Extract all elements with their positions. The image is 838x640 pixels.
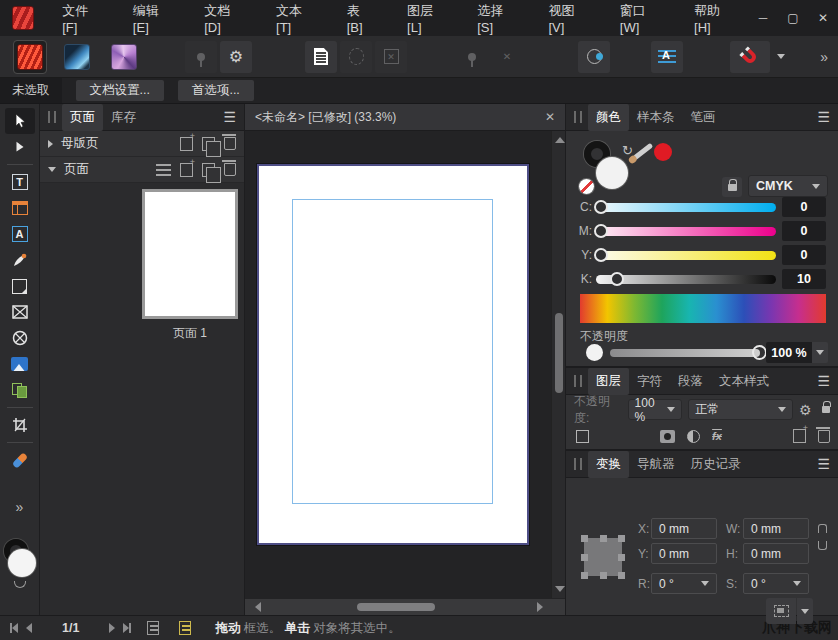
- menu-file[interactable]: 文件[F]: [44, 0, 115, 36]
- last-page-button[interactable]: [123, 623, 131, 633]
- panel-menu-icon[interactable]: ☰: [221, 109, 238, 125]
- menu-select[interactable]: 选择[S]: [459, 0, 530, 36]
- link-dimensions-icon[interactable]: [818, 524, 828, 550]
- menu-window[interactable]: 窗口[W]: [602, 0, 676, 36]
- layer-effects-icon[interactable]: fx: [712, 430, 722, 442]
- settings-button[interactable]: ⚙: [220, 41, 252, 73]
- color-model-dropdown[interactable]: CMYK: [748, 175, 828, 197]
- pen-tool[interactable]: [5, 247, 35, 273]
- style-picker-tool[interactable]: [5, 447, 35, 473]
- opacity-dropdown[interactable]: [812, 342, 828, 363]
- add-layer-icon[interactable]: [793, 429, 806, 443]
- add-page-icon[interactable]: [180, 163, 193, 177]
- horizontal-scrollbar[interactable]: [245, 598, 565, 615]
- pages-toggle-icon[interactable]: [147, 621, 159, 635]
- duplicate-page-icon[interactable]: [202, 163, 215, 177]
- delete-layer-icon[interactable]: [818, 430, 830, 443]
- h-field[interactable]: 0 mm: [743, 543, 809, 564]
- color-lock-button[interactable]: [722, 177, 742, 197]
- scroll-left-icon[interactable]: [255, 602, 261, 612]
- crop-tool[interactable]: [5, 412, 35, 438]
- yellow-slider[interactable]: [596, 251, 776, 260]
- chevron-down-icon[interactable]: [48, 167, 56, 172]
- black-value[interactable]: 10: [782, 269, 826, 289]
- node-tool[interactable]: [5, 134, 35, 160]
- vertical-scroll-thumb[interactable]: [555, 313, 563, 393]
- eyedropper-icon[interactable]: [633, 143, 653, 160]
- duplicate-master-icon[interactable]: [202, 137, 215, 151]
- layers-stack-icon[interactable]: [576, 430, 589, 443]
- master-pages-row[interactable]: 母版页: [40, 131, 244, 157]
- delete-page-icon[interactable]: [224, 163, 236, 176]
- next-page-button[interactable]: [109, 623, 115, 633]
- menu-table[interactable]: 表[B]: [329, 0, 389, 36]
- tab-stock[interactable]: 库存: [103, 104, 144, 131]
- scroll-right-icon[interactable]: [537, 602, 543, 612]
- chevron-right-icon[interactable]: [48, 140, 53, 148]
- no-color-chip[interactable]: [579, 179, 594, 194]
- y-field[interactable]: 0 mm: [651, 543, 717, 564]
- fill-color-well[interactable]: [596, 157, 628, 189]
- picture-frame-rectangle-tool[interactable]: [5, 299, 35, 325]
- panel-grip[interactable]: [574, 111, 582, 123]
- panel-menu-icon[interactable]: ☰: [815, 373, 832, 389]
- close-button[interactable]: ✕: [808, 0, 838, 36]
- layer-lock-icon[interactable]: [822, 406, 830, 413]
- scroll-down-icon[interactable]: [555, 586, 565, 592]
- tab-text-styles[interactable]: 文本样式: [711, 368, 777, 395]
- tab-transform[interactable]: 变换: [588, 451, 629, 478]
- publisher-persona-button[interactable]: [14, 41, 46, 73]
- pages-row[interactable]: 页面: [40, 157, 244, 183]
- tab-history[interactable]: 历史记录: [683, 451, 749, 478]
- snapping-button[interactable]: [730, 41, 770, 73]
- tab-navigator[interactable]: 导航器: [629, 451, 683, 478]
- tools-overflow-button[interactable]: »: [16, 499, 24, 515]
- assistant-button[interactable]: [578, 41, 610, 73]
- menu-view[interactable]: 视图[V]: [530, 0, 601, 36]
- tab-color[interactable]: 颜色: [588, 104, 629, 131]
- panel-menu-icon[interactable]: ☰: [815, 456, 832, 472]
- first-page-button[interactable]: [10, 623, 18, 633]
- move-tool[interactable]: [5, 108, 35, 134]
- fill-stroke-wells[interactable]: [2, 539, 38, 583]
- tab-pages[interactable]: 页面: [62, 104, 103, 131]
- snapping-dropdown[interactable]: [773, 41, 789, 73]
- document-pages-button[interactable]: [305, 41, 337, 73]
- shear-dropdown[interactable]: 0 °: [743, 573, 809, 594]
- add-master-page-icon[interactable]: [180, 137, 193, 151]
- panel-grip[interactable]: [574, 458, 582, 470]
- menu-text[interactable]: 文本[T]: [258, 0, 329, 36]
- fill-well-icon[interactable]: [8, 549, 36, 577]
- selection-box-button[interactable]: [766, 598, 796, 624]
- document-page[interactable]: [257, 164, 529, 545]
- panel-menu-icon[interactable]: ☰: [815, 109, 832, 125]
- place-image-tool[interactable]: [5, 351, 35, 377]
- scroll-up-icon[interactable]: [555, 137, 565, 143]
- vertical-scrollbar[interactable]: [551, 131, 565, 598]
- tab-swatches[interactable]: 样本条: [629, 104, 683, 131]
- toolbar-overflow-button[interactable]: »: [820, 49, 828, 65]
- panel-grip[interactable]: [48, 111, 56, 123]
- magenta-slider[interactable]: [596, 227, 776, 236]
- opacity-value[interactable]: 100 %: [766, 342, 812, 363]
- cyan-slider[interactable]: [596, 203, 776, 212]
- preflight-icon[interactable]: [179, 621, 191, 635]
- page-1-thumbnail[interactable]: [142, 189, 238, 319]
- blend-options-gear-icon[interactable]: ⚙: [799, 402, 812, 418]
- minimize-button[interactable]: ─: [748, 0, 778, 36]
- close-document-icon[interactable]: ✕: [545, 110, 555, 124]
- rectangle-tool[interactable]: [5, 273, 35, 299]
- frame-text-tool[interactable]: T: [5, 169, 35, 195]
- document-setup-button[interactable]: 文档设置...: [76, 80, 164, 101]
- w-field[interactable]: 0 mm: [743, 518, 809, 539]
- tab-character[interactable]: 字符: [629, 368, 670, 395]
- horizontal-scroll-thumb[interactable]: [357, 603, 435, 611]
- anchor-point-selector[interactable]: [584, 538, 622, 576]
- magenta-value[interactable]: 0: [782, 221, 826, 241]
- preferences-button[interactable]: 首选项...: [178, 80, 254, 101]
- selection-box-dropdown[interactable]: [797, 598, 813, 624]
- delete-master-icon[interactable]: [224, 137, 236, 150]
- text-wrap-button[interactable]: A: [651, 41, 683, 73]
- picture-frame-ellipse-tool[interactable]: [5, 325, 35, 351]
- mask-layer-icon[interactable]: [660, 430, 675, 443]
